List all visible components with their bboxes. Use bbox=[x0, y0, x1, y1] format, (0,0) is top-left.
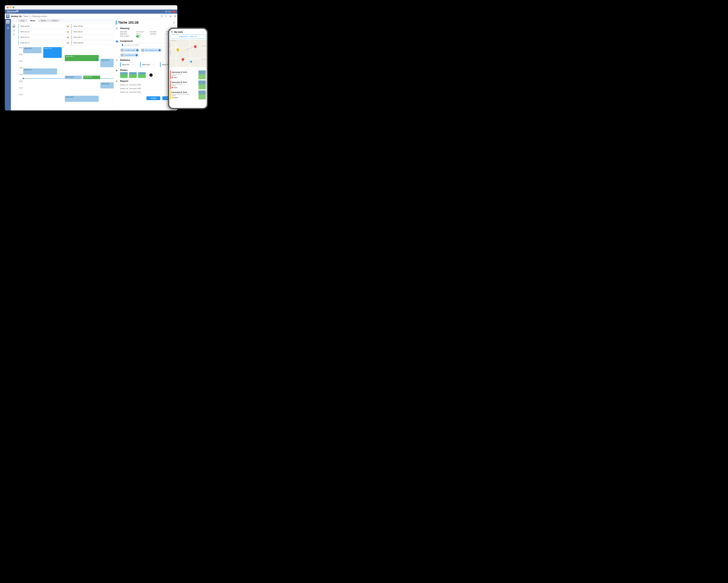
view-segments: DaysWeeksMonthTimeline bbox=[18, 19, 60, 22]
remove-chip-icon[interactable]: ✕ bbox=[159, 49, 161, 51]
relation-box[interactable]: Tâche 103✔ bbox=[120, 62, 135, 67]
panel-title: Tâche 103.1B bbox=[118, 21, 139, 24]
assignee-chip[interactable]: Paul Vanderroven✕ bbox=[141, 48, 162, 52]
hour-label: 14:00 bbox=[17, 87, 23, 93]
assign-input[interactable]: 👤 Assign to an agent bbox=[120, 43, 175, 47]
svg-rect-3 bbox=[7, 16, 7, 17]
mobile-title: My visite bbox=[174, 31, 183, 33]
app-bar: DaxiumAir VIP User bbox=[5, 9, 177, 14]
reports-heading: Reports bbox=[120, 80, 175, 82]
view-tab[interactable]: Days bbox=[18, 19, 27, 22]
rail-calendar-icon[interactable]: ▦ bbox=[6, 20, 9, 24]
hour-label: 11:00 bbox=[17, 67, 23, 73]
intervention-card[interactable]: Intervention N° 34-222 Rue Bd BalzacNant… bbox=[170, 70, 206, 79]
apps-icon[interactable] bbox=[6, 15, 9, 18]
svg-rect-0 bbox=[7, 15, 7, 16]
user-location-dot bbox=[190, 61, 192, 62]
fix-date-toggle[interactable] bbox=[136, 35, 140, 37]
photos-heading: Photos bbox=[120, 69, 175, 71]
view-tab[interactable]: Month bbox=[38, 19, 49, 22]
mobile-close-icon[interactable]: ✕ bbox=[171, 31, 173, 33]
report-item[interactable]: Secteur 1A - Document 103A bbox=[120, 83, 175, 87]
calendar-event[interactable]: Tâche 102.2 bbox=[65, 76, 82, 79]
search-icon[interactable]: ⊜ bbox=[170, 15, 172, 18]
sheet-handle[interactable]: ⌄ bbox=[169, 67, 207, 70]
add-event-icon[interactable]: 🗓 bbox=[13, 29, 15, 32]
svg-rect-4 bbox=[7, 16, 8, 17]
hour-label: 10:00 bbox=[17, 60, 23, 67]
close-dot[interactable] bbox=[7, 6, 8, 8]
assignee-chip[interactable]: Camille Dupain✕ bbox=[120, 48, 139, 52]
calendar-event[interactable]: Tâche 101.2👥 bbox=[65, 55, 99, 61]
zoom-dot[interactable] bbox=[13, 6, 15, 8]
rail-chart-icon[interactable]: ◔ bbox=[6, 26, 9, 29]
calendar-event[interactable]: Tâche 103.1 bbox=[43, 47, 62, 58]
assignment-heading: Assignment bbox=[120, 40, 175, 42]
report-item[interactable]: Secteur 1A - Document 103B bbox=[120, 87, 175, 90]
cal-side: S22 🗓 ⬆ bbox=[11, 22, 17, 110]
validate-button[interactable]: Validate bbox=[147, 96, 160, 100]
svg-rect-5 bbox=[8, 16, 9, 17]
assignee-chip[interactable]: Felix Birnamm✕ bbox=[120, 53, 139, 57]
brand-logo: DaxiumAir bbox=[7, 10, 18, 13]
calendar-icon: 🗓 bbox=[116, 27, 119, 38]
left-rail: ▦ ◔ bbox=[5, 19, 11, 110]
map-pin[interactable]: ● bbox=[176, 48, 180, 52]
gear-icon[interactable]: ⚙ bbox=[174, 15, 176, 18]
add-photo-button[interactable]: + bbox=[147, 72, 155, 78]
kebab-icon[interactable]: ⋮ bbox=[203, 31, 205, 33]
relation-box[interactable]: Tâche 103.1✔ bbox=[140, 62, 155, 67]
calendar-event[interactable]: Tâche 102.3 bbox=[65, 96, 99, 102]
location-icon[interactable]: ⚲ bbox=[161, 15, 162, 18]
view-tab[interactable]: Weeks bbox=[27, 19, 38, 22]
remove-chip-icon[interactable]: ✕ bbox=[135, 54, 137, 56]
map-view[interactable]: de l'Hôtel Dieu Rue Perrault Rue Parc ru… bbox=[169, 39, 207, 67]
user-label: VIP User bbox=[165, 11, 171, 12]
upload-icon[interactable]: ⬆ bbox=[13, 33, 15, 35]
relations-icon: ☰ bbox=[116, 59, 119, 67]
intervention-card[interactable]: Intervention N° 35-22Rue du BelvédèreNan… bbox=[170, 80, 206, 89]
hour-label: 09:00 bbox=[17, 53, 23, 60]
task-box[interactable]: Tâche 101.10⟳🚚 bbox=[18, 29, 70, 34]
mobile-mock: ✕ My visite ⋮ Inspections - Sector 22 de… bbox=[168, 28, 208, 109]
report-item[interactable]: Secteur 1A - Document 103C bbox=[120, 90, 175, 94]
map-pin[interactable]: ● bbox=[181, 57, 185, 61]
panel-accent bbox=[116, 20, 116, 25]
calendar-event[interactable]: Tâche 102.1 bbox=[23, 47, 42, 53]
photo-thumb[interactable] bbox=[138, 72, 146, 78]
breadcrumb: Secteur 1A - Team 2 - Cleaning service bbox=[11, 15, 47, 18]
photo-thumb[interactable] bbox=[129, 72, 137, 78]
camera-icon: ◉ bbox=[116, 69, 119, 78]
window-chrome bbox=[5, 5, 177, 9]
calendar-event[interactable]: Tâche 101.1 bbox=[23, 68, 57, 75]
close-icon[interactable]: ✕ bbox=[173, 21, 175, 24]
person-icon: 👤 bbox=[122, 44, 124, 46]
hour-label: 12:00 bbox=[17, 73, 23, 80]
planning-heading: Planning bbox=[120, 27, 175, 30]
photo-thumb[interactable] bbox=[120, 72, 128, 78]
minimize-dot[interactable] bbox=[10, 6, 11, 8]
hour-label: 08:00 bbox=[17, 47, 23, 53]
task-box[interactable]: Tâche 101.11⟳🚚 bbox=[18, 35, 70, 39]
svg-rect-1 bbox=[7, 15, 8, 16]
remove-chip-icon[interactable]: ✕ bbox=[136, 49, 138, 51]
hour-label: 15:00 bbox=[17, 93, 23, 100]
intervention-card[interactable]: Intervention N° 36-22Complexe Sportif Je… bbox=[170, 90, 206, 100]
task-box[interactable]: Tâche 101.09⟳🚚 bbox=[18, 24, 70, 29]
card-list: Intervention N° 34-222 Rue Bd BalzacNant… bbox=[169, 70, 207, 108]
top-bar: Secteur 1A - Team 2 - Cleaning service ⚲… bbox=[5, 14, 177, 19]
view-tab[interactable]: Timeline bbox=[49, 19, 60, 22]
avatar[interactable] bbox=[173, 10, 175, 13]
mobile-tab[interactable]: Inspections - Sector 22 bbox=[171, 34, 205, 38]
svg-rect-2 bbox=[8, 15, 9, 16]
hour-label: 13:00 bbox=[17, 80, 23, 87]
detail-panel: Tâche 103.1B ✕ 🗓 Planning Start date :05… bbox=[113, 19, 177, 110]
day-head: S22 bbox=[13, 24, 15, 28]
relations-heading: Relations bbox=[120, 59, 175, 61]
calendar-event[interactable]: Tâche 101.3 bbox=[83, 76, 100, 79]
task-box[interactable]: Tâche 101.12⟳🚚 bbox=[18, 40, 70, 45]
download-icon[interactable]: ⇩ bbox=[165, 15, 167, 18]
report-icon: 🗎 bbox=[116, 80, 119, 94]
app-window: DaxiumAir VIP User Secteur 1A - Team 2 -… bbox=[5, 5, 177, 110]
assignment-icon: 👥 bbox=[116, 40, 119, 57]
